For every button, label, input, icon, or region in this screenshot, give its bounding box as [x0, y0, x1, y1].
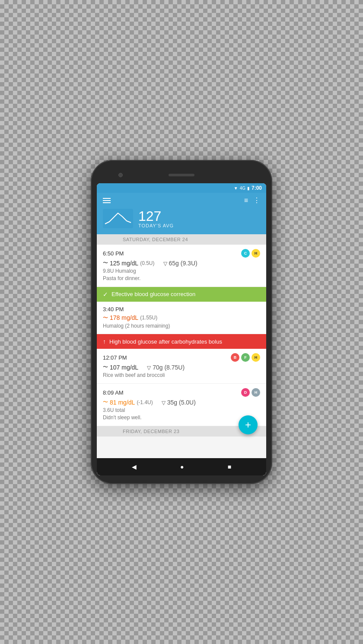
glucose-value-4: 〜 81 mg/dL (-1.4U)	[103, 399, 153, 406]
badge-d: D	[241, 388, 250, 397]
trend-icon-4: 〜	[103, 399, 108, 406]
badge-h: H	[252, 249, 260, 258]
trend-icon-1: 〜	[103, 259, 108, 267]
content-scroll[interactable]: SATURDAY, DECEMBER 24 6:50 PM C H 〜 125 …	[97, 234, 266, 458]
camera	[118, 173, 123, 177]
carb-icon-1	[163, 260, 167, 267]
app-header: ≡ ⋮ 127 TODAY'S AVG	[97, 193, 266, 234]
carb-reading-3: 70g (8.75U)	[153, 364, 185, 371]
avg-number: 127	[138, 209, 174, 223]
chart-preview	[103, 209, 133, 228]
trend-icon-3: 〜	[103, 363, 108, 371]
entry-metrics-2: 〜 178 mg/dL (1.55U)	[103, 314, 260, 322]
more-button[interactable]: ⋮	[253, 196, 260, 204]
header-content: 127 TODAY'S AVG	[103, 209, 260, 228]
entry-metrics-1: 〜 125 mg/dL (0.5U) 65g (9.3U)	[103, 259, 260, 267]
phone-frame: ▼ 4G ▮ 7:00 ≡ ⋮	[91, 160, 272, 484]
header-actions: ≡ ⋮	[244, 196, 260, 204]
entry-note-1: Pasta for dinner.	[103, 275, 260, 282]
status-time: 7:00	[252, 185, 262, 191]
trend-icon-2: 〜	[103, 314, 108, 322]
entry-time-3: 12:07 PM	[103, 354, 127, 361]
entry-time-2: 3:40 PM	[103, 306, 124, 312]
badge-b: B	[231, 353, 239, 362]
entry-metrics-4: 〜 81 mg/dL (-1.4U) 35g (5.0U)	[103, 399, 260, 406]
recent-button[interactable]: ■	[228, 463, 231, 470]
badge-f: F	[241, 353, 250, 362]
header-toolbar: ≡ ⋮	[103, 196, 260, 204]
alert-danger-1: ↑ High blood glucose after carbohydrates…	[97, 334, 266, 349]
speaker	[169, 174, 194, 176]
alert-danger-text: High blood glucose after carbohydrates b…	[109, 338, 222, 345]
carb-icon-3	[147, 364, 151, 371]
log-entry-3[interactable]: 12:07 PM B F H 〜 107 mg/dL 70g (8.75U)	[97, 349, 266, 384]
entry-header-3: 12:07 PM B F H	[103, 353, 260, 362]
glucose-suffix-1: (0.5U)	[140, 260, 154, 266]
entry-note-3: Rice with beef and broccoli	[103, 372, 260, 379]
carb-value-1: 65g (9.3U)	[163, 260, 197, 267]
log-entry-2[interactable]: 3:40 PM 〜 178 mg/dL (1.55U) Humalog (2 h…	[97, 302, 266, 335]
menu-button[interactable]	[103, 198, 111, 203]
avg-display: 127 TODAY'S AVG	[138, 209, 174, 228]
alert-success-text: Effective blood glucose correction	[111, 291, 195, 297]
phone-screen: ▼ 4G ▮ 7:00 ≡ ⋮	[97, 183, 266, 475]
battery-icon: ▮	[247, 186, 250, 191]
carb-reading-4: 35g (5.0U)	[167, 399, 196, 406]
entry-metrics-3: 〜 107 mg/dL 70g (8.75U)	[103, 363, 260, 371]
wifi-icon: ▼	[234, 186, 238, 191]
glucose-value-3: 〜 107 mg/dL	[103, 363, 138, 371]
glucose-suffix-2: (1.55U)	[140, 315, 157, 321]
date-separator-1: SATURDAY, DECEMBER 24	[97, 234, 266, 245]
entry-badges-3: B F H	[231, 353, 260, 362]
glucose-value-2: 〜 178 mg/dL (1.55U)	[103, 314, 157, 322]
entry-note-4: Didn't sleep well.	[103, 414, 260, 421]
entry-time-4: 8:09 AM	[103, 389, 124, 396]
glucose-reading-2: 178 mg/dL	[110, 314, 138, 321]
glucose-value-1: 〜 125 mg/dL (0.5U)	[103, 259, 155, 267]
avg-label: TODAY'S AVG	[138, 223, 174, 228]
fab-icon: +	[245, 420, 251, 430]
entry-header-4: 8:09 AM D H	[103, 388, 260, 397]
carb-value-3: 70g (8.75U)	[147, 364, 185, 371]
carb-value-4: 35g (5.0U)	[162, 399, 196, 406]
glucose-reading-4: 81 mg/dL	[110, 399, 135, 406]
phone-top	[97, 169, 266, 182]
entry-insulin-1: 9.8U Humalog	[103, 268, 260, 275]
badge-h4: H	[252, 388, 260, 397]
entry-header-2: 3:40 PM	[103, 306, 260, 312]
back-button[interactable]: ◀	[132, 463, 137, 470]
glucose-reading-3: 107 mg/dL	[110, 364, 138, 371]
carb-reading-1: 65g (9.3U)	[169, 260, 197, 267]
alert-success-1: ✓ Effective blood glucose correction	[97, 287, 266, 302]
log-entry-1[interactable]: 6:50 PM C H 〜 125 mg/dL (0.5U) 65g (9.3U…	[97, 245, 266, 287]
nav-bar: ◀ ● ■	[97, 458, 266, 475]
home-button[interactable]: ●	[180, 463, 184, 470]
status-bar: ▼ 4G ▮ 7:00	[97, 183, 266, 193]
badge-c: C	[241, 249, 250, 258]
alert-check-icon: ✓	[103, 291, 108, 298]
entry-badges-4: D H	[241, 388, 260, 397]
fab-add-button[interactable]: +	[239, 415, 258, 434]
entry-badges-1: C H	[241, 249, 260, 258]
glucose-reading-1: 125 mg/dL	[110, 260, 138, 267]
badge-h3: H	[252, 353, 260, 362]
alert-up-icon: ↑	[103, 338, 106, 345]
entry-insulin-4: 3.6U total	[103, 407, 260, 414]
entry-insulin-2: Humalog (2 hours remaining)	[103, 322, 260, 330]
signal-icon: 4G	[240, 186, 245, 191]
carb-icon-4	[162, 399, 166, 406]
filter-button[interactable]: ≡	[244, 197, 248, 204]
entry-time-1: 6:50 PM	[103, 250, 124, 257]
glucose-suffix-4: (-1.4U)	[137, 399, 153, 405]
entry-header-1: 6:50 PM C H	[103, 249, 260, 258]
